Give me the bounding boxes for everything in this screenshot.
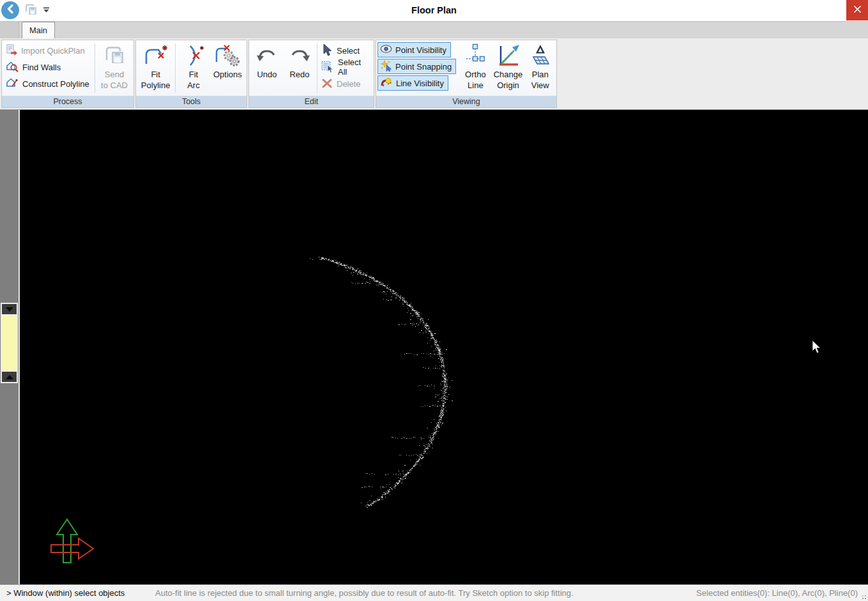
line-visibility-toggle[interactable]: Line Visibility bbox=[377, 75, 448, 91]
point-visibility-icon bbox=[380, 43, 392, 56]
ribbon-group-viewing: Point Visibility Point Snapping bbox=[376, 40, 557, 108]
fit-polyline-label-line2: Polyline bbox=[141, 80, 171, 91]
fit-polyline-icon bbox=[143, 45, 169, 68]
plan-view-button[interactable]: Plan View bbox=[525, 41, 555, 95]
undo-icon bbox=[255, 47, 278, 66]
select-label: Select bbox=[337, 46, 360, 56]
point-snapping-toggle[interactable]: Point Snapping bbox=[377, 59, 456, 74]
redo-label: Redo bbox=[289, 69, 309, 80]
floor-plan-window: Floor Plan Main bbox=[0, 0, 868, 601]
ribbon-group-process: Import QuickPlan Find Walls bbox=[1, 40, 134, 108]
scroll-down-button[interactable] bbox=[1, 303, 18, 316]
line-visibility-label: Line Visibility bbox=[396, 79, 444, 88]
plan-view-label-line2: View bbox=[531, 80, 549, 91]
point-snapping-icon bbox=[380, 60, 392, 73]
group-separator bbox=[317, 43, 317, 93]
select-all-label: Select All bbox=[338, 57, 370, 77]
construct-polyline-icon bbox=[6, 77, 19, 91]
fit-polyline-label-line1: Fit bbox=[151, 69, 160, 80]
plan-view-icon bbox=[531, 45, 550, 68]
group-label-viewing: Viewing bbox=[376, 96, 556, 107]
find-walls-label: Find Walls bbox=[22, 63, 61, 72]
point-visibility-label: Point Visibility bbox=[395, 45, 446, 55]
undo-button[interactable]: Undo bbox=[250, 41, 284, 95]
change-origin-label-line1: Change bbox=[494, 69, 523, 80]
ribbon-group-edit: Undo Redo bbox=[248, 40, 374, 108]
y-axis-arrow bbox=[57, 519, 77, 563]
ribbon-group-tools: Fit Polyline Fit bbox=[135, 40, 247, 108]
delete-button[interactable]: Delete bbox=[319, 75, 372, 92]
import-quickplan-button[interactable]: Import QuickPlan bbox=[3, 42, 93, 59]
construct-polyline-label: Construct Polyline bbox=[22, 79, 89, 89]
find-walls-icon bbox=[6, 60, 19, 75]
fit-arc-label-line2: Arc bbox=[187, 80, 200, 91]
fit-arc-button[interactable]: Fit Arc bbox=[177, 41, 210, 95]
left-scrollbar[interactable] bbox=[0, 110, 20, 584]
fit-arc-label-line1: Fit bbox=[189, 69, 198, 80]
ucs-axis-indicator bbox=[49, 514, 106, 565]
selection-summary: Selected entities(0): Line(0), Arc(0), P… bbox=[696, 588, 858, 598]
x-axis-arrow bbox=[51, 538, 93, 559]
send-to-cad-icon bbox=[102, 45, 126, 68]
main-area bbox=[0, 110, 868, 584]
redo-button[interactable]: Redo bbox=[284, 41, 316, 95]
scrollbar-thumb[interactable] bbox=[1, 316, 18, 370]
ribbon-tab-strip: Main bbox=[0, 21, 868, 38]
status-bar: > Window (within) select objects Auto-fi… bbox=[0, 584, 868, 601]
ortho-line-label-line2: Line bbox=[468, 80, 483, 91]
undo-label: Undo bbox=[257, 69, 277, 80]
group-label-tools: Tools bbox=[136, 96, 247, 107]
select-button[interactable]: Select bbox=[319, 42, 372, 59]
group-separator bbox=[175, 43, 176, 93]
select-icon bbox=[321, 43, 333, 58]
point-snapping-label: Point Snapping bbox=[395, 62, 452, 72]
ortho-line-icon bbox=[466, 43, 485, 70]
select-all-button[interactable]: Select All bbox=[319, 59, 372, 75]
change-origin-label-line2: Origin bbox=[497, 80, 519, 91]
select-all-icon bbox=[321, 60, 334, 75]
tab-strip-corner bbox=[0, 22, 19, 38]
ortho-line-button[interactable]: Ortho Line bbox=[460, 41, 491, 95]
options-label: Options bbox=[213, 69, 242, 80]
scroll-up-button[interactable] bbox=[1, 370, 18, 383]
import-quickplan-icon bbox=[6, 44, 17, 57]
import-quickplan-label: Import QuickPlan bbox=[21, 46, 85, 56]
change-origin-icon bbox=[496, 43, 521, 70]
construct-polyline-button[interactable]: Construct Polyline bbox=[3, 75, 93, 92]
resize-grip[interactable] bbox=[865, 598, 866, 599]
line-visibility-icon bbox=[380, 77, 393, 89]
send-to-cad-label-line2: to CAD bbox=[101, 80, 128, 91]
options-icon bbox=[214, 44, 241, 69]
find-walls-button[interactable]: Find Walls bbox=[3, 59, 93, 75]
delete-label: Delete bbox=[337, 79, 361, 89]
status-message: Auto-fit line is rejected due to small t… bbox=[155, 588, 696, 598]
title-bar: Floor Plan bbox=[0, 0, 868, 21]
close-button[interactable] bbox=[846, 0, 868, 20]
triangle-up-icon bbox=[6, 375, 13, 379]
point-cloud bbox=[20, 110, 867, 584]
tab-main[interactable]: Main bbox=[22, 22, 55, 38]
group-separator bbox=[95, 43, 95, 93]
redo-icon bbox=[288, 47, 311, 66]
group-label-process: Process bbox=[2, 96, 133, 107]
triangle-down-icon bbox=[6, 307, 13, 312]
point-visibility-toggle[interactable]: Point Visibility bbox=[377, 42, 451, 57]
delete-icon bbox=[321, 77, 333, 91]
send-to-cad-label-line1: Send bbox=[105, 69, 124, 80]
drawing-canvas[interactable] bbox=[20, 110, 868, 584]
close-icon bbox=[853, 4, 862, 16]
fit-arc-icon bbox=[182, 45, 205, 68]
command-prompt: > Window (within) select objects bbox=[6, 588, 155, 598]
plan-view-label-line1: Plan bbox=[532, 69, 549, 80]
ortho-line-label-line1: Ortho bbox=[465, 69, 486, 80]
fit-polyline-button[interactable]: Fit Polyline bbox=[137, 41, 174, 95]
group-label-edit: Edit bbox=[249, 96, 374, 107]
options-button[interactable]: Options bbox=[210, 41, 245, 95]
change-origin-button[interactable]: Change Origin bbox=[491, 41, 526, 95]
ribbon: Import QuickPlan Find Walls bbox=[0, 38, 868, 110]
mouse-cursor bbox=[812, 340, 823, 355]
send-to-cad-button[interactable]: Send to CAD bbox=[96, 41, 132, 95]
window-title: Floor Plan bbox=[0, 0, 868, 21]
